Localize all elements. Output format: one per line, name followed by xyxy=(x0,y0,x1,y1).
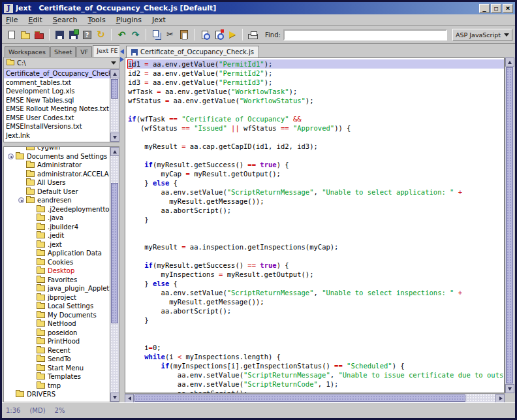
menu-jext[interactable]: Jext xyxy=(152,16,166,24)
close-button[interactable] xyxy=(503,4,513,13)
tree-item-sendto[interactable]: SendTo xyxy=(4,355,110,364)
tree-item-drivers[interactable]: DRIVERS xyxy=(4,390,110,399)
scroll-down-icon[interactable] xyxy=(110,393,119,402)
find-icon[interactable] xyxy=(198,28,212,42)
tree-item-nethood[interactable]: NetHood xyxy=(4,319,110,329)
code-line: id2 = aa.env.getValue("PermitId2"); xyxy=(128,69,504,78)
print-icon[interactable] xyxy=(246,28,260,42)
save-all-icon[interactable] xyxy=(67,28,80,42)
tree-item-java[interactable]: .java xyxy=(4,214,110,223)
file-list-item[interactable]: Certificate_of_Occupancy_Check.js xyxy=(4,69,110,78)
file-list-item[interactable]: Development Log.xls xyxy=(4,87,110,96)
code-line: myResult = aa.cap.getCapID(id1, id2, id3… xyxy=(128,142,504,151)
tree-item-label: .j2eedeploymenttool xyxy=(48,206,110,213)
tree-item-administrator[interactable]: Administrator xyxy=(4,161,110,170)
dock-tab-sheet[interactable]: Sheet xyxy=(50,46,76,57)
editor-vertical-scrollbar[interactable] xyxy=(505,57,514,393)
tree-item-cookies[interactable]: Cookies xyxy=(4,258,110,267)
tree-item-favorites[interactable]: Favorites xyxy=(4,276,110,285)
tree-item-eandresen[interactable]: eandresen xyxy=(4,196,110,205)
menu-plugins[interactable]: Plugins xyxy=(116,16,142,24)
tree-item-desktop[interactable]: Desktop xyxy=(4,267,110,276)
close-file-icon[interactable] xyxy=(32,28,46,42)
save-icon[interactable] xyxy=(53,28,67,42)
file-list-item[interactable]: EMSE New Tables.sql xyxy=(4,96,110,105)
tree-item-printhood[interactable]: PrintHood xyxy=(4,337,110,346)
syntax-mode-select[interactable]: ASP JavaScript xyxy=(452,29,512,41)
tree-item-administrator-accela[interactable]: administrator.ACCELA xyxy=(4,170,110,179)
cut-icon[interactable] xyxy=(163,28,177,42)
tree-expand-handle-icon[interactable] xyxy=(18,197,24,203)
tree-item-poseidon[interactable]: poseidon xyxy=(4,329,110,338)
tree-item-default-user[interactable]: Default User xyxy=(4,187,110,197)
editor-tab[interactable]: Certificate_of_Occupancy_Check.js xyxy=(126,46,259,57)
tree-item-documents-and-settings[interactable]: Documents and Settings xyxy=(4,152,110,161)
editor-horizontal-scrollbar[interactable] xyxy=(125,393,505,402)
find-replace-icon[interactable] xyxy=(212,28,225,42)
scroll-right-icon[interactable] xyxy=(495,394,505,403)
code-line: if(myResult.getSuccess() == true) { xyxy=(128,261,504,270)
tree-item-all-users[interactable]: All Users xyxy=(4,178,110,187)
tree-item-application-data[interactable]: Application Data xyxy=(4,249,110,258)
tree-item-local-settings[interactable]: Local Settings xyxy=(4,302,110,311)
main-splitter[interactable] xyxy=(119,44,125,402)
scroll-up-icon[interactable] xyxy=(110,69,119,78)
tree-item-java-plugin-appletstore[interactable]: java_plugin_AppletStore xyxy=(4,284,110,293)
new-file-icon[interactable] xyxy=(5,28,18,42)
tree-scrollbar[interactable] xyxy=(110,147,119,402)
collapse-right-icon[interactable] xyxy=(120,57,124,62)
menu-edit[interactable]: Edit xyxy=(28,16,42,24)
tree-item-jbuilder4[interactable]: .jbuilder4 xyxy=(4,223,110,232)
paste-icon[interactable] xyxy=(177,28,191,42)
scroll-down-icon[interactable] xyxy=(110,133,119,142)
folder-icon xyxy=(37,356,45,362)
file-list-item[interactable]: EMSE User Codes.txt xyxy=(4,114,110,123)
find-input[interactable] xyxy=(283,29,447,40)
tree-item-tmp[interactable]: tmp xyxy=(4,381,110,391)
file-list-item[interactable]: EMSEInstallVersions.txt xyxy=(4,122,110,131)
code-editor[interactable]: id1 = aa.env.getValue("PermitId1");id2 =… xyxy=(125,57,505,393)
collapse-left-icon[interactable] xyxy=(120,49,124,54)
tree-item-jedit[interactable]: .jedit xyxy=(4,231,110,240)
dock-tab-workspaces[interactable]: Workspaces xyxy=(5,46,50,57)
open-file-icon[interactable] xyxy=(18,28,32,42)
redo-icon[interactable] xyxy=(129,28,142,42)
scrollbar-thumb[interactable] xyxy=(134,395,465,402)
reload-icon[interactable] xyxy=(94,28,108,42)
maximize-button[interactable] xyxy=(491,4,501,13)
path-combo[interactable]: C:\ xyxy=(4,57,119,69)
save-as-icon[interactable] xyxy=(80,28,94,42)
dock-tab-vf[interactable]: VF xyxy=(76,46,92,57)
undo-icon[interactable] xyxy=(115,28,129,42)
tree-item-jext[interactable]: .jext xyxy=(4,240,110,250)
tree-expand-handle-icon[interactable] xyxy=(8,153,14,159)
find-next-icon[interactable] xyxy=(225,28,239,42)
tree-item-jbproject[interactable]: jbproject xyxy=(4,293,110,302)
tree-item-start-menu[interactable]: Start Menu xyxy=(4,364,110,373)
scrollbar-thumb[interactable] xyxy=(111,183,118,323)
menu-file[interactable]: File xyxy=(6,16,18,24)
menu-tools[interactable]: Tools xyxy=(88,16,106,24)
minimize-button[interactable] xyxy=(479,4,490,13)
code-line: wfStatus = aa.env.getValue("WorkflowStat… xyxy=(128,96,504,105)
dock-tab-jext-fe[interactable]: Jext FE xyxy=(93,45,121,57)
tree-item-templates[interactable]: Templates xyxy=(4,372,110,381)
file-list-item[interactable]: comment_tables.txt xyxy=(4,78,110,88)
menu-search[interactable]: Search xyxy=(53,16,78,24)
scroll-up-icon[interactable] xyxy=(505,57,514,67)
tree-item-cygwin[interactable]: cygwin xyxy=(4,147,110,152)
scrollbar-thumb[interactable] xyxy=(111,79,118,99)
tree-item-recent[interactable]: Recent xyxy=(4,346,110,355)
file-list-item[interactable]: EMSE Rollout Meeting Notes.txt xyxy=(4,105,110,114)
file-list-scrollbar[interactable] xyxy=(110,69,119,142)
tree-item-j2eedeploymenttool[interactable]: .j2eedeploymenttool xyxy=(4,205,110,214)
scrollbar-thumb[interactable] xyxy=(506,67,513,383)
scroll-left-icon[interactable] xyxy=(125,394,134,403)
file-list-item[interactable]: Jext.lnk xyxy=(4,131,110,140)
scroll-down-icon[interactable] xyxy=(505,384,514,393)
tree-item-label: administrator.ACCELA xyxy=(37,170,108,178)
scroll-up-icon[interactable] xyxy=(110,147,119,156)
tree-item-my-documents[interactable]: My Documents xyxy=(4,311,110,320)
title-bar[interactable]: J Jext Certificate_of_Occupancy_Check.js… xyxy=(2,2,515,14)
copy-icon[interactable] xyxy=(149,28,163,42)
